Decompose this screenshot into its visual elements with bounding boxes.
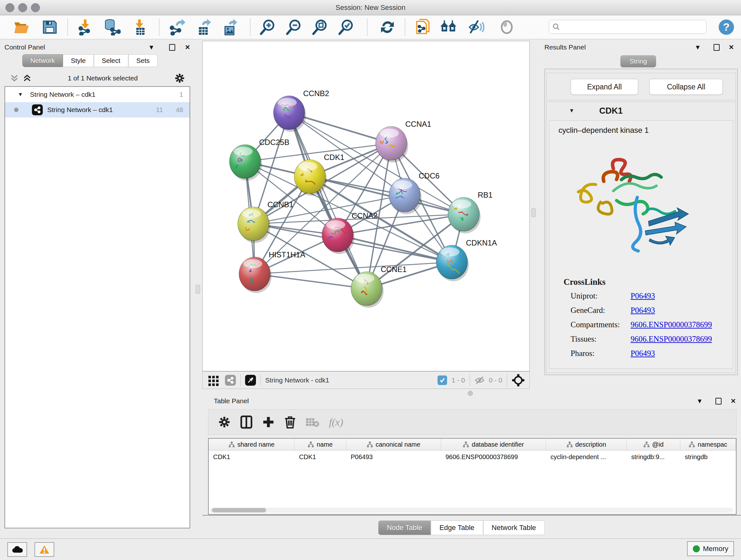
warnings-button[interactable] [35, 542, 54, 557]
selected-checkbox-icon[interactable] [437, 375, 447, 385]
export-network-icon[interactable] [169, 19, 186, 36]
save-session-icon[interactable] [41, 19, 59, 36]
column-header[interactable]: database identifier [441, 439, 546, 450]
memory-status-dot [693, 545, 700, 552]
panel-float-icon[interactable] [169, 44, 175, 51]
panel-close-icon[interactable]: ✕ [731, 397, 736, 405]
node-label: CDC6 [419, 172, 440, 180]
import-network-from-database-icon[interactable] [103, 19, 121, 36]
collapse-all-icon[interactable] [10, 73, 18, 83]
panel-float-icon[interactable] [716, 398, 722, 405]
memory-button[interactable]: Memory [687, 541, 734, 556]
network-edge[interactable] [289, 113, 367, 289]
view-network-title: String Network - cdk1 [265, 376, 329, 384]
delete-column-icon[interactable] [284, 415, 296, 429]
import-table-from-file-icon[interactable] [131, 19, 149, 36]
column-header[interactable]: namespac [680, 439, 736, 450]
expand-all-button[interactable]: Expand All [570, 79, 638, 95]
tab-network[interactable]: Network [22, 54, 63, 67]
network-from-selection-icon[interactable] [414, 19, 431, 36]
column-header[interactable]: @id [627, 439, 680, 450]
tab-sets[interactable]: Sets [128, 54, 158, 67]
network-edge[interactable] [338, 235, 452, 262]
scrollbar-thumb[interactable] [212, 508, 266, 512]
cloud-status-button[interactable] [7, 542, 27, 557]
table-cell[interactable]: stringdb:9... [627, 450, 680, 463]
refresh-icon[interactable] [379, 19, 396, 36]
toolbar-separator [367, 18, 367, 36]
table-cell[interactable]: cyclin-dependent ... [546, 450, 627, 463]
crosslink-row: Tissues:9606.ENSP00000378699 [570, 334, 730, 344]
panel-close-icon[interactable]: ✕ [729, 44, 734, 51]
import-network-from-file-icon[interactable] [77, 19, 94, 36]
expand-all-icon[interactable] [23, 73, 31, 83]
node-table: shared namenamecanonical namedatabase id… [208, 438, 737, 515]
crosslink-value-link[interactable]: P06493 [630, 349, 655, 358]
show-graphics-details-icon[interactable] [498, 19, 516, 36]
network-canvas[interactable]: CCNB2CCNA1CDC25BCDK1CDC6RB1CCNB1CCNA2CDK… [202, 41, 530, 371]
crosslink-label: Compartments: [570, 320, 630, 329]
column-header[interactable]: description [546, 439, 627, 450]
column-header[interactable]: name [294, 439, 346, 450]
hide-graphics-details-icon[interactable] [468, 19, 486, 36]
crosslink-value-link[interactable]: 9606.ENSP00000378699 [630, 320, 712, 329]
zoom-out-icon[interactable] [285, 19, 302, 36]
export-table-icon[interactable] [195, 19, 212, 36]
collapse-all-button[interactable]: Collapse All [650, 79, 723, 95]
table-horizontal-scrollbar[interactable] [210, 508, 733, 513]
export-image-icon[interactable] [221, 19, 239, 36]
right-splitter-handle[interactable] [531, 208, 536, 217]
table-row[interactable]: CDK1CDK1P064939606.ENSP00000378699cyclin… [209, 450, 736, 463]
zoom-selected-icon[interactable] [337, 19, 355, 36]
search-input[interactable] [560, 21, 706, 33]
tab-string[interactable]: String [620, 55, 656, 67]
crosslink-value-link[interactable]: 9606.ENSP00000378699 [630, 334, 712, 344]
collection-count: 1 [179, 91, 183, 98]
tab-node-table[interactable]: Node Table [378, 520, 431, 535]
table-cell[interactable]: 9606.ENSP00000378699 [441, 450, 546, 463]
zoom-fit-icon[interactable] [311, 19, 329, 36]
panel-menu-icon[interactable]: ▼ [696, 397, 703, 405]
grid-mode-icon[interactable] [208, 374, 219, 386]
network-graph[interactable]: CCNB2CCNA1CDC25BCDK1CDC6RB1CCNB1CCNA2CDK… [203, 41, 529, 371]
tab-network-table[interactable]: Network Table [483, 520, 545, 535]
gear-icon[interactable] [174, 73, 185, 84]
panel-close-icon[interactable]: ✕ [185, 44, 190, 51]
hidden-counter: 0 - 0 [489, 376, 502, 384]
tab-edge-table[interactable]: Edge Table [431, 520, 483, 535]
table-cell[interactable]: CDK1 [294, 450, 346, 463]
network-row[interactable]: String Network – cdk1 11 48 [5, 102, 190, 118]
zoom-in-icon[interactable] [259, 19, 276, 36]
network-collection-row[interactable]: ▼ String Network – cdk1 1 [5, 87, 190, 102]
table-settings-gear-icon[interactable] [218, 416, 231, 428]
section-collapse-icon[interactable]: ▼ [569, 108, 575, 114]
pan-crosshair-icon[interactable] [512, 374, 525, 387]
panel-menu-icon[interactable]: ▼ [148, 44, 154, 51]
column-header[interactable]: canonical name [346, 439, 441, 450]
help-icon[interactable]: ? [718, 19, 735, 36]
main-toolbar: ? [0, 15, 741, 39]
crosslink-value-link[interactable]: P06493 [630, 292, 655, 300]
left-splitter-handle[interactable] [196, 285, 200, 294]
birds-eye-view-icon[interactable] [245, 375, 256, 386]
gene-section-header[interactable]: ▼ CDK1 [547, 102, 736, 120]
panel-menu-icon[interactable]: ▼ [694, 44, 701, 51]
panel-float-icon[interactable] [714, 44, 720, 51]
tree-expanded-icon[interactable]: ▼ [18, 91, 23, 98]
tab-style[interactable]: Style [63, 54, 94, 67]
show-column-icon[interactable] [240, 415, 253, 429]
table-cell[interactable]: CDK1 [209, 450, 294, 463]
open-session-icon[interactable] [13, 19, 30, 36]
houses-icon[interactable] [440, 19, 458, 36]
table-cell[interactable]: stringdb [680, 450, 736, 463]
table-cell[interactable]: P06493 [346, 450, 441, 463]
add-column-icon[interactable] [262, 416, 275, 428]
viewbar-separator [469, 374, 470, 386]
node-label: CCNA1 [405, 120, 431, 128]
crosslink-value-link[interactable]: P06493 [630, 306, 655, 315]
hidden-eye-icon[interactable] [474, 376, 485, 385]
single-view-icon[interactable] [225, 375, 236, 386]
horizontal-splitter-grip[interactable] [468, 391, 473, 396]
column-header[interactable]: shared name [209, 439, 294, 450]
tab-select[interactable]: Select [94, 54, 128, 67]
